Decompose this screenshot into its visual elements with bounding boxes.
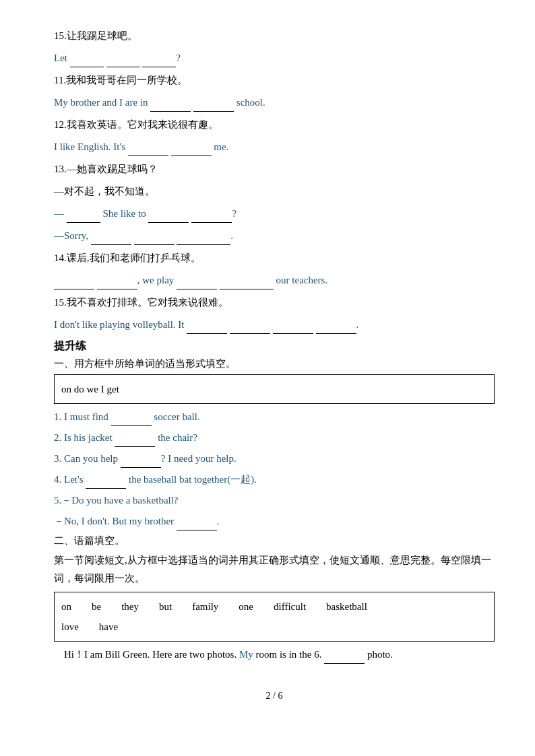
blank-15a-2 xyxy=(106,67,140,67)
question-14: 14.课后,我们和老师们打乒乓球。 , we play our teachers… xyxy=(54,249,495,289)
blank-11-1 xyxy=(150,111,191,112)
blank-13-4 xyxy=(91,244,131,245)
question-13: 13.—她喜欢踢足球吗？ —对不起，我不知道。 — She like to ? … xyxy=(54,160,495,245)
blank-12-2 xyxy=(171,156,212,156)
passage-start: Hi！I am Bill Green. Here are two photos.… xyxy=(54,646,495,664)
chinese-15a: 15.让我踢足球吧。 xyxy=(54,27,495,45)
blank-13-1 xyxy=(67,222,100,223)
chinese-13b: —对不起，我不知道。 xyxy=(54,182,495,201)
word-have: have xyxy=(99,617,118,637)
q3: 3. Can you help ? I need your help. xyxy=(54,450,495,468)
word-on: on xyxy=(61,596,71,617)
blank-13-2 xyxy=(148,222,189,223)
q5a: 5.－Do you have a basketball? xyxy=(54,491,495,510)
blank-14-4 xyxy=(220,289,274,289)
chinese-12: 12.我喜欢英语。它对我来说很有趣。 xyxy=(54,116,495,134)
word-box-1: on do we I get xyxy=(54,374,495,404)
chinese-15b: 15.我不喜欢打排球。它对我来说很难。 xyxy=(54,294,495,312)
word-box-row2: love have xyxy=(61,617,487,637)
word-family: family xyxy=(192,596,218,617)
blank-13-6 xyxy=(177,244,230,245)
blank-p1-4 xyxy=(86,488,126,489)
upgrade-title: 提升练 xyxy=(54,339,495,353)
word-love: love xyxy=(61,617,79,637)
q2: 2. Is his jacket the chair? xyxy=(54,429,495,447)
english-13b: —Sorry, . xyxy=(54,227,495,245)
word-they: they xyxy=(121,596,139,617)
chinese-14: 14.课后,我们和老师们打乒乓球。 xyxy=(54,249,495,267)
part2-title: 二、语篇填空。 xyxy=(54,535,495,547)
word-box-row1: on be they but family one difficult bask… xyxy=(61,596,487,617)
part2: 二、语篇填空。 第一节阅读短文,从方框中选择适当的词并用其正确形式填空，使短文通… xyxy=(54,535,495,664)
blank-15a-3 xyxy=(142,67,176,67)
word-one: one xyxy=(239,596,253,617)
english-15b: I don't like playing volleyball. It . xyxy=(54,316,495,334)
english-14: , we play our teachers. xyxy=(54,271,495,289)
english-12: I like English. It's me. xyxy=(54,138,495,156)
page-footer: 2 / 6 xyxy=(54,691,495,701)
blank-14-2 xyxy=(97,289,137,289)
part2-instruction: 第一节阅读短文,从方框中选择适当的词并用其正确形式填空，使短文通顺、意思完整。每… xyxy=(54,551,495,588)
blank-15b-2 xyxy=(230,333,270,334)
english-11: My brother and I are in school. xyxy=(54,94,495,112)
chinese-13a: 13.—她喜欢踢足球吗？ xyxy=(54,160,495,178)
blank-14-3 xyxy=(177,289,217,289)
word-difficult: difficult xyxy=(274,596,306,617)
blank-p1-1 xyxy=(111,425,152,426)
word-basketball: basketball xyxy=(326,596,367,617)
blank-p1-2 xyxy=(115,446,155,447)
blank-11-2 xyxy=(193,111,234,112)
blank-p2-6 xyxy=(324,663,365,664)
blank-15b-3 xyxy=(273,333,313,334)
blank-p1-3 xyxy=(121,467,161,468)
word-box-2: on be they but family one difficult bask… xyxy=(54,592,495,642)
blank-15b-4 xyxy=(316,333,356,334)
blank-15b-1 xyxy=(187,333,227,334)
q4: 4. Let's the baseball bat together(一起). xyxy=(54,471,495,489)
main-content: 15.让我踢足球吧。 Let ? 11.我和我哥哥在同一所学校。 My brot… xyxy=(54,27,495,664)
english-15a: Let ? xyxy=(54,49,495,67)
blank-14-1 xyxy=(54,289,94,289)
part1: 一、用方框中所给单词的适当形式填空。 on do we I get 1. I m… xyxy=(54,357,495,530)
part1-title: 一、用方框中所给单词的适当形式填空。 xyxy=(54,357,495,370)
page-number: 2 / 6 xyxy=(266,691,283,701)
chinese-11: 11.我和我哥哥在同一所学校。 xyxy=(54,71,495,90)
passage-my: My xyxy=(239,649,253,660)
word-be: be xyxy=(92,596,101,617)
english-13a: — She like to ? xyxy=(54,205,495,223)
blank-13-3 xyxy=(191,222,232,223)
q1: 1. I must find soccer ball. xyxy=(54,408,495,426)
question-12: 12.我喜欢英语。它对我来说很有趣。 I like English. It's … xyxy=(54,116,495,156)
question-15b: 15.我不喜欢打排球。它对我来说很难。 I don't like playing… xyxy=(54,294,495,334)
blank-12-1 xyxy=(128,156,168,156)
question-15a: 15.让我踢足球吧。 Let ? xyxy=(54,27,495,67)
blank-p1-5 xyxy=(177,530,217,530)
question-11: 11.我和我哥哥在同一所学校。 My brother and I are in … xyxy=(54,71,495,112)
blank-13-5 xyxy=(134,244,175,245)
blank-15a-1 xyxy=(70,67,104,67)
word-but: but xyxy=(159,596,172,617)
q5b: －No, I don't. But my brother . xyxy=(54,512,495,530)
